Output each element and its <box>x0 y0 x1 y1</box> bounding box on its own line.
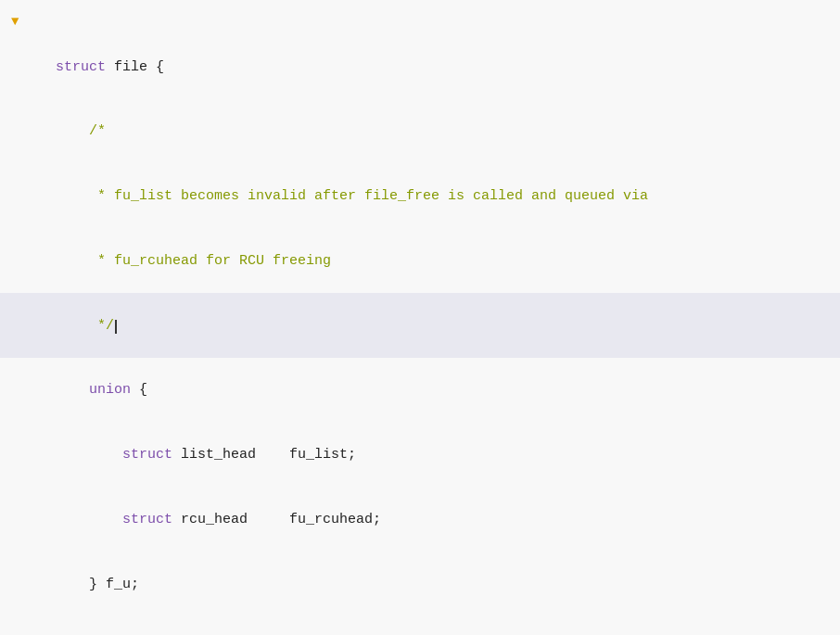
comment-text: * fu_list becomes invalid after file_fre… <box>56 188 648 204</box>
keyword: struct <box>122 447 172 463</box>
comment-text: * fu_rcuhead for RCU freeing <box>56 253 331 269</box>
keyword: union <box>56 382 131 398</box>
keyword: struct <box>56 59 106 75</box>
code-editor: ▼ struct file { /* * fu_list becomes inv… <box>0 0 840 635</box>
text-cursor <box>115 320 117 334</box>
code-line: struct file { <box>0 34 840 99</box>
code-line: /* <box>0 99 840 164</box>
code-line-highlighted: */ <box>0 293 840 358</box>
code-line: struct list_head fu_list; <box>0 423 840 488</box>
keyword: struct <box>122 512 172 527</box>
code-line: union { <box>0 358 840 423</box>
comment-text: /* <box>56 123 106 139</box>
code-line: struct path f_path; <box>0 616 840 635</box>
code-line: * fu_list becomes invalid after file_fre… <box>0 164 840 229</box>
code-line: struct rcu_head fu_rcuhead; <box>0 488 840 552</box>
code-line: } f_u; <box>0 552 840 616</box>
code-line: * fu_rcuhead for RCU freeing <box>0 229 840 294</box>
warning-icon: ▼ <box>11 14 19 29</box>
comment-text: */ <box>56 318 114 334</box>
